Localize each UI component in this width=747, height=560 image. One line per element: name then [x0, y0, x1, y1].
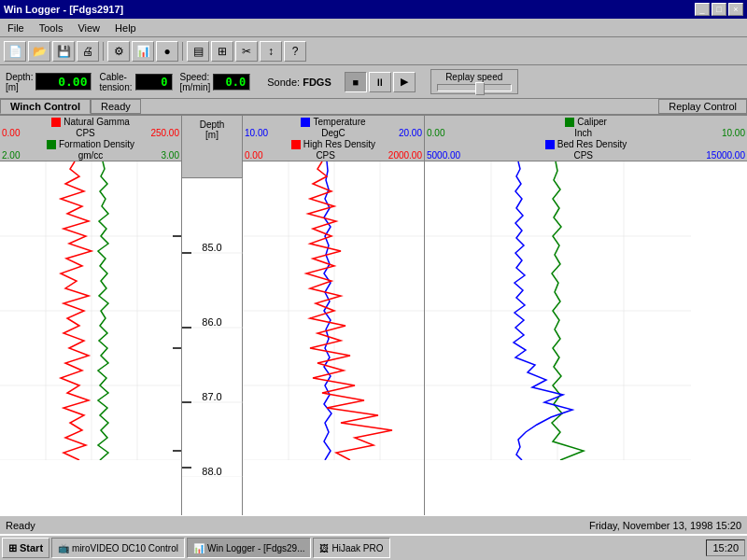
- menu-help[interactable]: Help: [111, 21, 140, 35]
- brd-unit: CPS: [573, 150, 593, 161]
- status-bar: Ready Friday, November 13, 1998 15:20: [0, 515, 747, 534]
- minimize-button[interactable]: _: [695, 3, 710, 16]
- panel-header-2: Temperature 10.00 DegC 20.00 High Res De…: [243, 116, 424, 161]
- close-button[interactable]: ×: [728, 3, 743, 16]
- stop-button[interactable]: ■: [345, 72, 367, 92]
- start-icon: ⊞: [8, 542, 17, 554]
- window-controls[interactable]: _ □ ×: [695, 3, 743, 16]
- help-button[interactable]: ?: [284, 41, 306, 62]
- winlogger-label: Win Logger - [Fdgs29...: [207, 543, 305, 553]
- cable-value: 0: [135, 74, 173, 91]
- depth-label: Depth:[m]: [6, 72, 33, 92]
- ng-min: 0.00: [2, 128, 20, 138]
- temp-title: Temperature: [313, 117, 365, 127]
- ng-max: 250.00: [150, 128, 179, 138]
- cable-label: Cable-tension:: [99, 72, 132, 92]
- panel-caliper: Caliper 0.00 Inch 10.00 Bed Res Density …: [425, 116, 747, 515]
- toolbar: 📄 📂 💾 🖨 ⚙ 📊 ● ▤ ⊞ ✂ ↕ ?: [0, 37, 747, 65]
- red-indicator-2: [291, 140, 301, 149]
- green-indicator: [47, 140, 56, 149]
- new-button[interactable]: 📄: [4, 41, 26, 62]
- green-indicator-2: [565, 118, 574, 127]
- menu-tools[interactable]: Tools: [35, 21, 67, 35]
- brd-title: Bed Res Density: [557, 139, 627, 149]
- hrd-min: 0.00: [245, 150, 262, 161]
- replay-speed-track[interactable]: [437, 84, 512, 91]
- pause-button[interactable]: ⏸: [369, 72, 391, 92]
- depth-group: Depth:[m] 0.00: [6, 72, 92, 92]
- panel-1-svg: [0, 161, 181, 460]
- sonde-value: FDGS: [303, 77, 331, 88]
- panel-1-chart: [0, 161, 181, 515]
- ng-title: Natural Gamma: [63, 117, 130, 127]
- start-label: Start: [20, 542, 43, 553]
- taskbar-app-hijaak[interactable]: 🖼 HiJaak PRO: [313, 538, 389, 558]
- record-button[interactable]: ●: [156, 41, 178, 62]
- sonde-group: Sonde: FDGS: [267, 77, 331, 88]
- menu-file[interactable]: File: [4, 21, 28, 35]
- depth-spacer2: [186, 163, 238, 174]
- window-title: Win Logger - [Fdgs2917]: [4, 4, 123, 15]
- open-button[interactable]: 📂: [28, 41, 50, 62]
- hrd-unit: CPS: [316, 150, 335, 161]
- ng-unit: CPS: [76, 128, 95, 138]
- replay-tab[interactable]: Replay Control: [658, 99, 747, 114]
- panel-header-1: Natural Gamma 0.00 CPS 250.00 Formation …: [0, 116, 181, 161]
- maximize-button[interactable]: □: [712, 3, 726, 16]
- blue-indicator: [301, 118, 310, 127]
- brd-min: 5000.00: [427, 150, 460, 161]
- sonde-label: Sonde:: [267, 77, 300, 88]
- save-button[interactable]: 💾: [52, 41, 75, 62]
- svg-text:85.0: 85.0: [202, 242, 221, 253]
- transport-group: ■ ⏸ ▶: [345, 72, 416, 92]
- chart-button[interactable]: 📊: [132, 41, 154, 62]
- depth-spacer: [186, 153, 238, 163]
- toolbar-sep-2: [182, 42, 183, 61]
- winch-tab[interactable]: Winch Control: [0, 99, 91, 114]
- taskbar-app-mirovideo[interactable]: 📺 miroVIDEO DC10 Control: [51, 538, 185, 558]
- status-right: Friday, November 13, 1998 15:20: [589, 520, 741, 531]
- mirovideo-label: miroVIDEO DC10 Control: [72, 543, 178, 553]
- cal-max: 10.00: [722, 128, 745, 138]
- depth-scale: 85.0 86.0 87.0 88.0: [182, 178, 242, 515]
- play-button[interactable]: ▶: [393, 72, 416, 92]
- svg-text:86.0: 86.0: [202, 316, 221, 328]
- tool-btn-4[interactable]: ↕: [260, 41, 282, 62]
- fd-unit: gm/cc: [78, 150, 104, 161]
- taskbar: ⊞ Start 📺 miroVIDEO DC10 Control 📊 Win L…: [0, 534, 747, 560]
- cable-group: Cable-tension: 0: [99, 72, 172, 92]
- status-left: Ready: [6, 520, 35, 531]
- print-button[interactable]: 🖨: [77, 41, 99, 62]
- cal-title: Caliper: [577, 117, 607, 127]
- taskbar-app-winlogger[interactable]: 📊 Win Logger - [Fdgs29...: [187, 538, 312, 558]
- hrd-max: 2000.00: [388, 150, 422, 161]
- depth-unit: [m]: [186, 130, 238, 140]
- mirovideo-icon: 📺: [58, 543, 69, 553]
- panel-2-chart: [243, 161, 424, 515]
- blue-indicator-2: [545, 140, 555, 149]
- status-tabs-bar: Winch Control Ready Replay Control: [0, 99, 747, 116]
- log-panels: Natural Gamma 0.00 CPS 250.00 Formation …: [0, 116, 747, 515]
- svg-text:87.0: 87.0: [202, 391, 221, 402]
- replay-speed-thumb[interactable]: [475, 82, 485, 95]
- title-bar: Win Logger - [Fdgs2917] _ □ ×: [0, 0, 747, 19]
- tab-spacer: [141, 99, 658, 114]
- panel-natural-gamma: Natural Gamma 0.00 CPS 250.00 Formation …: [0, 116, 182, 515]
- menu-bar: File Tools View Help: [0, 19, 747, 37]
- fd-max: 3.00: [162, 150, 179, 161]
- speed-label: Speed:[m/min]: [180, 72, 211, 92]
- tool-btn-3[interactable]: ✂: [235, 41, 258, 62]
- depth-header: Depth [m]: [182, 116, 242, 178]
- panel-header-3: Caliper 0.00 Inch 10.00 Bed Res Density …: [425, 116, 747, 161]
- fd-title: Formation Density: [59, 139, 134, 149]
- depth-value: 0.00: [35, 73, 92, 91]
- tool-btn-2[interactable]: ⊞: [211, 41, 233, 62]
- hijaak-label: HiJaak PRO: [331, 543, 383, 553]
- status-text: Ready: [91, 99, 141, 114]
- replay-speed-label: Replay speed: [445, 72, 502, 82]
- start-button[interactable]: ⊞ Start: [2, 538, 49, 558]
- temp-max: 20.00: [399, 128, 422, 138]
- menu-view[interactable]: View: [74, 21, 104, 35]
- settings-button[interactable]: ⚙: [107, 41, 130, 62]
- tool-btn-1[interactable]: ▤: [187, 41, 209, 62]
